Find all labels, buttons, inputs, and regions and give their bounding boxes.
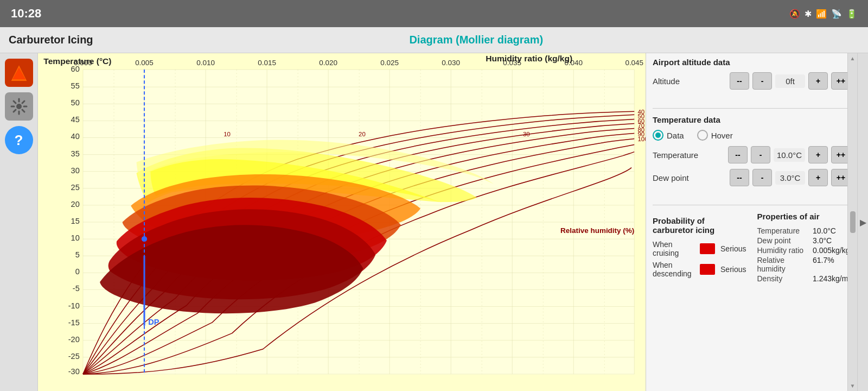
- diagram-area: 60 55 50 45 40 35 30 25 20 15 10 5 0 -5 …: [38, 53, 646, 391]
- svg-text:20: 20: [359, 131, 366, 138]
- dewpoint-control: Dew point -- - 3.0°C + ++: [653, 169, 851, 186]
- title-bar: Carburetor Icing Diagram (Mollier diagra…: [0, 27, 868, 53]
- svg-text:45: 45: [71, 116, 80, 124]
- svg-point-97: [142, 236, 147, 242]
- prop-density-key: Density: [757, 274, 806, 283]
- temp-dec-dec-button[interactable]: --: [728, 146, 748, 163]
- right-panel: Airport altitude data Altitude -- - 0ft …: [646, 53, 857, 391]
- icing-cruising-severity: Serious: [720, 244, 746, 253]
- svg-text:0.010: 0.010: [196, 59, 215, 67]
- icing-cruising-row: When cruising Serious: [653, 240, 746, 257]
- svg-text:55: 55: [71, 81, 80, 90]
- svg-text:5: 5: [75, 250, 80, 259]
- svg-line-7: [14, 101, 16, 103]
- radio-data-inner: [655, 133, 661, 138]
- prop-dew-val: 3.0°C: [813, 236, 851, 245]
- svg-line-9: [22, 101, 24, 103]
- svg-text:0.020: 0.020: [319, 59, 337, 67]
- icing-title: Probability of carburetor icing: [653, 216, 746, 236]
- svg-text:0.015: 0.015: [258, 59, 276, 67]
- svg-text:20: 20: [71, 200, 80, 209]
- svg-text:0.025: 0.025: [380, 59, 399, 67]
- diagram-title: Diagram (Mollier diagram): [409, 34, 543, 46]
- radio-data-option[interactable]: Data: [653, 130, 684, 141]
- radio-data-label: Data: [667, 131, 684, 140]
- svg-text:-10: -10: [68, 301, 80, 310]
- svg-text:DP: DP: [148, 318, 159, 326]
- icing-cruising-label: When cruising: [653, 240, 694, 257]
- bottom-sections: Probability of carburetor icing When cru…: [653, 212, 851, 283]
- wifi-icon: 📶: [816, 9, 827, 19]
- icing-descending-severity: Serious: [720, 265, 746, 274]
- prop-dew-key: Dew point: [757, 236, 806, 245]
- svg-text:Relative humidity (%): Relative humidity (%): [560, 226, 634, 235]
- prop-humidity-val: 0.005kg/kg: [813, 246, 851, 255]
- scroll-thumb: [850, 211, 856, 233]
- icing-descending-row: When descending Serious: [653, 261, 746, 278]
- divider-2: [653, 205, 851, 205]
- svg-text:50: 50: [71, 99, 80, 108]
- svg-text:0.045: 0.045: [625, 59, 643, 67]
- radio-hover-option[interactable]: Hover: [697, 130, 733, 141]
- right-panel-inner: Airport altitude data Altitude -- - 0ft …: [646, 53, 857, 391]
- svg-text:Temperature (°C): Temperature (°C): [43, 56, 111, 66]
- properties-grid: Temperature 10.0°C Dew point 3.0°C Humid…: [757, 226, 851, 283]
- altitude-dec-button[interactable]: -: [752, 72, 772, 90]
- collapse-panel-button[interactable]: ▶: [857, 53, 868, 391]
- status-time: 10:28: [11, 7, 41, 21]
- icing-descending-label: When descending: [653, 261, 694, 278]
- prop-temp-key: Temperature: [757, 226, 806, 235]
- scroll-down-arrow[interactable]: ▼: [850, 383, 856, 389]
- svg-line-8: [22, 110, 24, 112]
- radio-hover-circle: [697, 130, 708, 141]
- collapse-arrow-icon: ▶: [860, 217, 866, 228]
- app-title: Carburetor Icing: [9, 34, 93, 46]
- icing-descending-color: [700, 264, 715, 275]
- svg-text:-30: -30: [68, 367, 80, 376]
- svg-text:Humidity ratio (kg/kg): Humidity ratio (kg/kg): [486, 54, 572, 63]
- signal-icon: 📡: [831, 9, 842, 19]
- temperature-value: 10.0°C: [774, 148, 805, 162]
- svg-text:-15: -15: [68, 318, 80, 327]
- bluetooth-icon: ✱: [805, 9, 812, 19]
- radio-data-circle: [653, 130, 663, 141]
- dp-dec-button[interactable]: -: [752, 169, 772, 186]
- svg-text:-20: -20: [68, 335, 80, 344]
- altitude-inc-button[interactable]: +: [808, 72, 828, 90]
- airport-altitude-title: Airport altitude data: [653, 58, 851, 68]
- dp-inc-button[interactable]: +: [808, 169, 828, 186]
- divider-1: [653, 108, 851, 109]
- icing-probability-section: Probability of carburetor icing When cru…: [653, 216, 746, 283]
- airport-altitude-section: Airport altitude data Altitude -- - 0ft …: [653, 58, 851, 95]
- temp-inc-button[interactable]: +: [808, 146, 828, 163]
- data-mode-radio: Data Hover: [653, 130, 851, 141]
- radio-hover-label: Hover: [711, 131, 733, 140]
- temp-dec-button[interactable]: -: [751, 146, 770, 163]
- svg-text:0.030: 0.030: [442, 59, 460, 67]
- temperature-data-section: Temperature data Data Hover: [653, 115, 851, 192]
- settings-button[interactable]: [5, 92, 33, 121]
- scroll-up-arrow[interactable]: ▲: [850, 55, 856, 61]
- status-bar: 10:28 🔕 ✱ 📶 📡 🔋: [0, 0, 868, 27]
- temperature-data-title: Temperature data: [653, 115, 851, 125]
- dewpoint-label: Dew point: [653, 173, 726, 182]
- properties-title: Properties of air: [757, 212, 851, 222]
- temperature-control: Temperature -- - 10.0°C + ++: [653, 146, 851, 163]
- altitude-control: Altitude -- - 0ft + ++: [653, 72, 851, 90]
- dewpoint-value: 3.0°C: [775, 171, 805, 185]
- svg-text:25: 25: [71, 183, 80, 192]
- svg-text:-25: -25: [68, 352, 80, 361]
- logo-button[interactable]: [5, 59, 33, 87]
- mute-icon: 🔕: [789, 9, 800, 19]
- altitude-value: 0ft: [775, 74, 805, 88]
- svg-point-2: [16, 104, 22, 109]
- svg-text:40: 40: [71, 133, 80, 141]
- altitude-dec-dec-button[interactable]: --: [730, 72, 749, 90]
- svg-text:35: 35: [71, 149, 80, 158]
- dp-dec-dec-button[interactable]: --: [730, 169, 749, 186]
- svg-text:30: 30: [71, 166, 80, 175]
- svg-text:15: 15: [71, 217, 80, 225]
- prop-density-val: 1.243kg/m³: [813, 274, 851, 283]
- help-button[interactable]: ?: [5, 126, 33, 154]
- scrollbar: ▲ ▼: [847, 53, 857, 391]
